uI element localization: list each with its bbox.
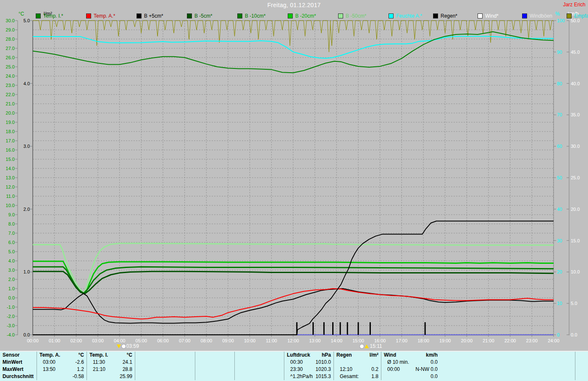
svg-text:8.0: 8.0	[8, 221, 15, 226]
marker-time: 03:59	[126, 343, 139, 349]
table-cell	[135, 366, 195, 373]
svg-text:25.0: 25.0	[571, 175, 580, 180]
svg-text:-3.0: -3.0	[7, 323, 15, 328]
table-cell	[575, 373, 588, 380]
svg-text:0: 0	[557, 332, 559, 337]
table-cell: 23:301020.3	[284, 366, 334, 373]
marker-time: 15:11	[370, 343, 382, 349]
svg-text:40: 40	[557, 207, 562, 212]
svg-text:14:00: 14:00	[331, 338, 343, 343]
svg-text:05:00: 05:00	[136, 338, 147, 343]
table-header-luftdruck: LuftdruckhPa	[284, 352, 334, 359]
table-header-empty	[235, 352, 284, 359]
moonrise-marker: 15:11	[360, 343, 382, 349]
chart-region: Freitag, 01.12.2017 Jarz Erich °C l/m² %…	[0, 0, 588, 350]
table-header-temp-a-: Temp. A.°C	[37, 352, 87, 359]
svg-text:10.0: 10.0	[571, 269, 580, 274]
svg-text:7.0: 7.0	[8, 231, 15, 236]
svg-text:11:00: 11:00	[266, 338, 277, 343]
svg-text:1.0: 1.0	[24, 269, 30, 274]
svg-text:15:00: 15:00	[352, 338, 364, 343]
svg-text:18:00: 18:00	[417, 338, 429, 343]
svg-text:01:00: 01:00	[49, 338, 60, 343]
svg-text:0.0: 0.0	[571, 332, 577, 337]
svg-text:-1.0: -1.0	[7, 305, 15, 310]
table-row-label: MinWert	[0, 359, 37, 366]
svg-text:12:00: 12:00	[287, 338, 299, 343]
svg-text:0.0: 0.0	[8, 295, 15, 300]
table-header-sensor: Sensor	[0, 352, 37, 359]
svg-text:03:00: 03:00	[92, 338, 104, 343]
svg-text:40.0: 40.0	[571, 81, 580, 86]
svg-text:12.0: 12.0	[6, 184, 15, 189]
table-cell: 0.0	[381, 373, 575, 380]
table-header-regen: Regenl/m²	[334, 352, 381, 359]
table-cell	[195, 366, 235, 373]
table-cell	[575, 366, 588, 373]
svg-text:02:00: 02:00	[71, 338, 82, 343]
svg-text:-2.0: -2.0	[7, 314, 15, 319]
svg-text:23.0: 23.0	[6, 83, 15, 88]
table-cell	[235, 373, 284, 380]
table-cell: ^1.2hPa/h1015.3	[284, 373, 334, 380]
svg-text:06:00: 06:00	[157, 338, 169, 343]
svg-text:15.0: 15.0	[6, 157, 15, 162]
table-cell: 12:100.2	[334, 366, 381, 373]
svg-text:3.0: 3.0	[8, 268, 15, 273]
table-cell: 03:00-2.6	[37, 359, 87, 366]
chart-canvas: 30.029.028.027.026.025.024.023.022.021.0…	[0, 0, 588, 350]
svg-text:-4.0: -4.0	[7, 332, 15, 337]
table-cell: 13:501.2	[37, 366, 87, 373]
table-header-temp-i-: Temp. I.°C	[87, 352, 135, 359]
series-feuchte-a-	[33, 36, 554, 58]
svg-text:4.0: 4.0	[24, 81, 30, 86]
weather-logger-app: Freitag, 01.12.2017 Jarz Erich °C l/m² %…	[0, 0, 588, 381]
moonset-arrow-icon	[117, 344, 121, 348]
svg-text:10: 10	[557, 301, 562, 306]
svg-text:20: 20	[557, 269, 562, 274]
table-cell: 11:3024.1	[87, 359, 135, 366]
table-cell: 25.99	[87, 373, 135, 380]
table-row-label: Durchschnitt	[0, 373, 37, 380]
svg-text:0.0: 0.0	[24, 332, 30, 337]
table-cell: -0.58	[37, 373, 87, 380]
table-cell	[235, 359, 284, 366]
svg-text:28.0: 28.0	[6, 37, 15, 42]
statistics-table: SensorTemp. A.°CTemp. I.°CLuftdruckhPaRe…	[0, 351, 588, 381]
table-header-empty	[575, 352, 588, 359]
svg-text:60: 60	[557, 144, 562, 149]
svg-text:30.0: 30.0	[6, 18, 15, 23]
svg-text:13.0: 13.0	[6, 175, 15, 180]
svg-text:1.0: 1.0	[8, 286, 15, 291]
svg-text:100: 100	[557, 18, 564, 23]
svg-text:08:00: 08:00	[201, 338, 213, 343]
svg-text:30.0: 30.0	[571, 144, 580, 149]
table-cell	[135, 359, 195, 366]
svg-text:45.0: 45.0	[571, 50, 580, 55]
svg-text:35.0: 35.0	[571, 112, 580, 117]
svg-text:27.0: 27.0	[6, 46, 15, 51]
svg-text:5.0: 5.0	[8, 249, 15, 254]
table-cell: 00:00N-NW 0.0	[381, 366, 575, 373]
table-cell: 00:301010.0	[284, 359, 334, 366]
table-row-label: MaxWert	[0, 366, 37, 373]
table-cell	[235, 366, 284, 373]
svg-text:16.0: 16.0	[6, 147, 15, 152]
svg-text:80: 80	[557, 81, 562, 86]
moon-icon	[121, 344, 126, 349]
svg-text:70: 70	[557, 112, 562, 117]
svg-text:24.0: 24.0	[6, 74, 15, 79]
svg-text:19.0: 19.0	[6, 120, 15, 125]
svg-text:10:00: 10:00	[244, 338, 256, 343]
svg-text:18.0: 18.0	[6, 129, 15, 134]
svg-text:4.0: 4.0	[8, 258, 15, 263]
svg-text:17.0: 17.0	[6, 138, 15, 143]
svg-text:5.0: 5.0	[571, 301, 577, 306]
table-header-wind: Windkm/h	[381, 352, 575, 359]
svg-text:29.0: 29.0	[6, 27, 15, 32]
svg-text:09:00: 09:00	[222, 338, 234, 343]
table-cell	[575, 359, 588, 366]
svg-text:50: 50	[557, 175, 562, 180]
table-cell	[135, 373, 195, 380]
svg-text:5.0: 5.0	[24, 18, 30, 23]
